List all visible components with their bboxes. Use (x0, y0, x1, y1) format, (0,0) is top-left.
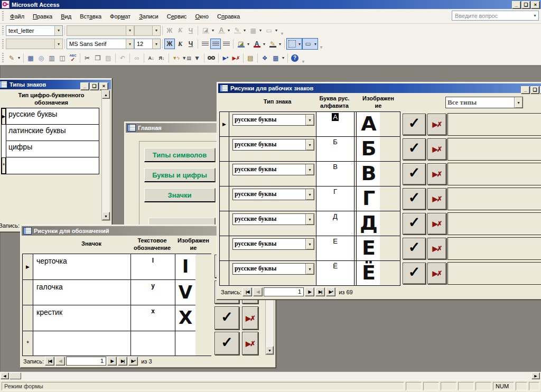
new-record-selector[interactable]: * (2, 157, 6, 174)
toolbar-options-button[interactable]: ▿ (279, 24, 285, 37)
table-row[interactable]: латинские буквы (6, 125, 99, 141)
fill-color-dropdown[interactable]: ◪▾ (235, 38, 251, 50)
letter-cell[interactable]: Ё (316, 261, 355, 286)
align-right-button[interactable] (221, 39, 231, 49)
symbol-code[interactable]: l (131, 257, 175, 264)
confirm-button[interactable]: ✓ (403, 163, 426, 185)
print-button[interactable]: ▥ (46, 53, 57, 63)
letters-window-titlebar[interactable]: Рисунки для рабочих знаков _ ❏ × (218, 83, 541, 93)
delete-record-button[interactable]: ▶✗ (242, 306, 258, 330)
empty-field[interactable] (447, 262, 541, 285)
menu-format[interactable]: Формат (106, 12, 135, 21)
record-selector[interactable] (219, 162, 229, 186)
symbol-name[interactable]: галочка (34, 281, 63, 291)
type-combo[interactable]: русские буквы▾ (232, 238, 314, 250)
type-combo[interactable]: русские буквы▾ (232, 114, 314, 126)
delete-record-button[interactable]: ▶✗ (427, 163, 446, 185)
record-selector[interactable] (219, 137, 229, 162)
empty-field[interactable] (447, 212, 541, 235)
first-record-button[interactable]: |◀ (242, 287, 252, 296)
delete-record-button[interactable]: ▶✗ (427, 213, 446, 235)
empty-field[interactable] (447, 163, 541, 185)
letter-cell[interactable]: Е (316, 236, 355, 261)
empty-field[interactable] (447, 188, 541, 210)
main-menu-titlebar[interactable]: Главная (126, 123, 220, 133)
sort-descending-button[interactable]: Я↓ (156, 53, 167, 63)
minimize-button[interactable]: _ (512, 1, 521, 9)
types-window-titlebar[interactable]: Типы знаков _ ❏ × (0, 80, 111, 89)
record-selector[interactable] (219, 186, 229, 211)
record-selector[interactable]: ▶ (2, 108, 6, 125)
new-record-button[interactable]: ▶* (220, 53, 231, 63)
confirm-button[interactable]: ✓ (214, 332, 239, 355)
symbol-name[interactable]: черточка (34, 255, 67, 265)
delete-record-button[interactable]: ▶✗ (427, 138, 446, 160)
record-selector[interactable]: ▶ (219, 112, 229, 137)
font-combo[interactable]: MS Sans Serif▾ (67, 39, 134, 49)
properties-button[interactable]: ▤ (245, 53, 256, 63)
chevron-down-icon[interactable]: ▾ (514, 97, 523, 108)
bold-button[interactable]: Ж (164, 39, 175, 49)
confirm-button[interactable]: ✓ (403, 138, 426, 160)
letter-cell[interactable]: Г (316, 186, 355, 211)
letter-cell[interactable]: В (316, 162, 355, 186)
empty-field[interactable] (447, 138, 541, 161)
new-record-selector[interactable]: * (23, 331, 33, 356)
scroll-down-button[interactable]: ▼ (266, 346, 274, 354)
align-left-button[interactable] (200, 39, 210, 49)
italic-button[interactable]: К (175, 39, 185, 49)
toolbar-options-button[interactable]: ▿ (300, 51, 306, 65)
confirm-button[interactable]: ✓ (403, 213, 426, 235)
confirm-button[interactable]: ✓ (403, 238, 426, 259)
font-size-combo[interactable]: 12▾ (134, 39, 161, 49)
close-button[interactable]: × (99, 82, 108, 90)
view-dropdown[interactable]: ✎▾ (6, 52, 22, 64)
chevron-down-icon[interactable]: ▾ (531, 13, 538, 18)
type-combo[interactable]: русские буквы▾ (232, 139, 314, 151)
scroll-up-button[interactable]: ▲ (102, 90, 110, 99)
type-combo[interactable]: русские буквы▾ (232, 213, 314, 225)
font-color-dropdown[interactable]: A▾ (251, 38, 267, 50)
apply-filter-button[interactable]: ▼ (192, 53, 202, 63)
find-button[interactable] (206, 53, 217, 63)
confirm-button[interactable]: ✓ (403, 263, 426, 284)
menu-edit[interactable]: Правка (29, 12, 57, 21)
record-selector[interactable] (219, 236, 229, 261)
symbol-code[interactable]: x (131, 307, 175, 315)
toolbar-grip[interactable] (2, 26, 4, 35)
type-filter-combo[interactable]: Все типы ▾ (445, 97, 523, 108)
copy-button[interactable]: ❐ (92, 53, 103, 63)
close-button[interactable]: × (531, 1, 540, 9)
cut-button[interactable]: ✂ (82, 53, 92, 63)
table-row[interactable]: цифры (6, 141, 99, 157)
new-record-button[interactable]: ▶* (128, 357, 138, 366)
menu-view[interactable]: Вид (57, 12, 76, 21)
delete-record-button[interactable]: ▶✗ (427, 188, 446, 210)
menu-window[interactable]: Окно (191, 12, 213, 21)
filter-by-selection-button[interactable]: ▼ϟ (171, 53, 181, 63)
letter-cell[interactable]: А (316, 112, 355, 137)
confirm-button[interactable]: ✓ (214, 306, 239, 330)
minimize-button[interactable]: _ (80, 82, 89, 90)
special-effect-dropdown[interactable]: ▭▾ (302, 38, 318, 50)
letter-cell[interactable]: Д (316, 211, 355, 236)
object-combo[interactable]: text_letter▾ (6, 25, 63, 36)
line-border-dropdown[interactable]: ▾ (286, 38, 302, 50)
ask-question-input[interactable]: Введите вопрос ▾ (452, 11, 539, 21)
help-button[interactable]: ? (290, 53, 300, 63)
delete-record-button[interactable]: ▶✗ (231, 53, 241, 63)
maximize-button[interactable]: ❏ (90, 82, 99, 90)
type-combo[interactable]: русские буквы▾ (232, 263, 314, 275)
new-record-button[interactable]: ▶* (326, 287, 335, 296)
horizontal-scrollbar[interactable]: ◀ ▶ (0, 371, 541, 380)
menu-help[interactable]: Справка (213, 12, 244, 21)
scroll-right-button[interactable]: ▶ (531, 372, 540, 379)
align-center-button[interactable] (210, 39, 221, 49)
delete-record-button[interactable]: ▶✗ (427, 263, 446, 284)
scrollbar-thumb[interactable] (10, 372, 21, 379)
record-selector[interactable] (219, 261, 229, 286)
maximize-button[interactable]: ❏ (530, 86, 539, 94)
vertical-scrollbar[interactable]: ▲ ▼ (101, 90, 110, 221)
database-window-button[interactable]: ❖ (259, 53, 270, 63)
sort-ascending-button[interactable]: А↓ (146, 53, 156, 63)
